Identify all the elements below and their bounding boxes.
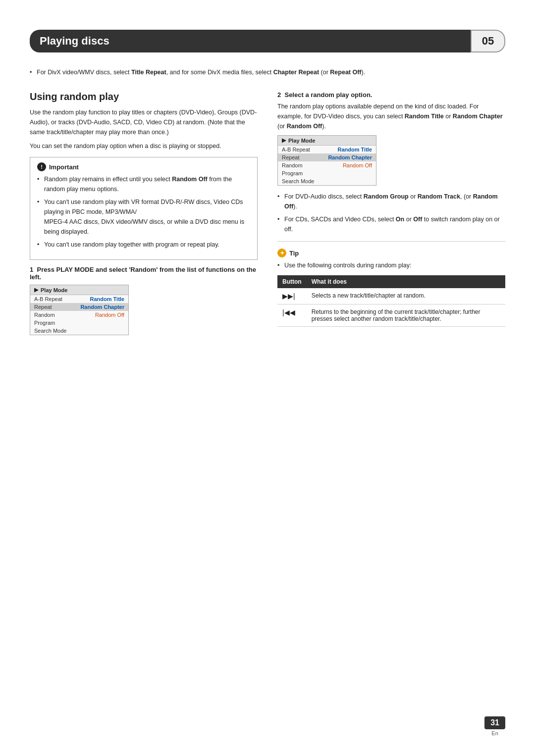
play-mode-row-search: Search Mode — [30, 327, 128, 335]
row-repeat-label: Repeat — [34, 304, 52, 310]
row-program-label-r: Program — [282, 170, 303, 176]
title-text: Playing discs — [40, 35, 109, 47]
table-header-row: Button What it does — [277, 275, 505, 288]
step2-bullet-1: For DVD-Audio discs, select Random Group… — [277, 192, 505, 211]
step2-text: The random play options available depend… — [277, 101, 505, 131]
chapter-title: Playing discs — [30, 30, 471, 52]
right-column: 2 Select a random play option. The rando… — [277, 86, 505, 332]
button-next-desc: Selects a new track/title/chapter at ran… — [307, 288, 505, 304]
important-bullet-3: You can't use random play together with … — [37, 240, 250, 250]
play-mode-row-ab-r: A-B Repeat Random Title — [278, 146, 376, 153]
row-program-label: Program — [34, 320, 55, 326]
play-mode-icon-right: ▶ — [282, 137, 286, 144]
play-mode-title-text-right: Play Mode — [288, 138, 315, 144]
tip-title-text: Tip — [289, 250, 299, 257]
table-row: ▶▶| Selects a new track/title/chapter at… — [277, 288, 505, 304]
table-row: |◀◀ Returns to the beginning of the curr… — [277, 304, 505, 327]
row-ab-value: Random Title — [90, 296, 124, 302]
play-mode-box-left: ▶ Play Mode A-B Repeat Random Title Repe… — [30, 285, 129, 335]
row-repeat-label-r: Repeat — [282, 154, 299, 160]
important-bullet-list: Random play remains in effect until you … — [37, 174, 250, 250]
important-title: ! Important — [37, 162, 250, 171]
row-repeat-value-r: Random Chapter — [328, 154, 372, 160]
row-ab-label: A-B Repeat — [34, 296, 62, 302]
row-search-label-r: Search Mode — [282, 178, 314, 184]
button-prev: |◀◀ — [277, 304, 307, 327]
step2-bullet-list: For DVD-Audio discs, select Random Group… — [277, 192, 505, 234]
top-bullet-list: For DivX video/WMV discs, select Title R… — [30, 67, 505, 77]
play-mode-title-bar-left: ▶ Play Mode — [30, 285, 128, 295]
set-option-text: You can set the random play option when … — [30, 141, 258, 151]
play-mode-title-text-left: Play Mode — [41, 287, 67, 293]
important-box: ! Important Random play remains in effec… — [30, 157, 258, 260]
play-mode-row-program: Program — [30, 319, 128, 327]
row-search-label: Search Mode — [34, 328, 66, 334]
play-mode-icon-left: ▶ — [34, 287, 38, 293]
header-bar: Playing discs 05 — [30, 30, 505, 52]
divider — [277, 241, 505, 242]
step2-bullet-2: For CDs, SACDs and Video CDs, select On … — [277, 214, 505, 234]
step1-heading: 1 Press PLAY MODE and select 'Random' fr… — [30, 266, 258, 281]
important-bullet-1: Random play remains in effect until you … — [37, 174, 250, 194]
important-bullet-2: You can't use random play with VR format… — [37, 197, 250, 237]
col-button-header: Button — [277, 275, 307, 288]
important-title-text: Important — [49, 163, 79, 171]
row-random-label: Random — [34, 312, 55, 318]
row-ab-label-r: A-B Repeat — [282, 147, 310, 152]
top-bullets-section: For DivX video/WMV discs, select Title R… — [30, 67, 505, 77]
tip-title: ✦ Tip — [277, 249, 505, 257]
row-random-value-r: Random Off — [343, 162, 372, 168]
tip-icon: ✦ — [277, 249, 286, 257]
play-mode-row-repeat: Repeat Random Chapter — [30, 303, 128, 311]
play-mode-row-random: Random Random Off — [30, 311, 128, 319]
button-table: Button What it does ▶▶| Selects a new tr… — [277, 275, 505, 327]
intro-text: Use the random play function to play tit… — [30, 107, 258, 137]
row-ab-value-r: Random Title — [338, 147, 372, 152]
chapter-number-text: 05 — [482, 35, 494, 47]
row-random-label-r: Random — [282, 162, 303, 168]
play-mode-row-program-r: Program — [278, 169, 376, 177]
tip-box: ✦ Tip Use the following controls during … — [277, 249, 505, 327]
play-mode-row-search-r: Search Mode — [278, 177, 376, 185]
row-random-value: Random Off — [95, 312, 124, 318]
play-mode-row-repeat-r: Repeat Random Chapter — [278, 153, 376, 161]
chapter-number: 05 — [471, 30, 505, 52]
play-mode-row-random-r: Random Random Off — [278, 161, 376, 169]
play-mode-row-ab: A-B Repeat Random Title — [30, 295, 128, 303]
left-column: Using random play Use the random play fu… — [30, 86, 258, 341]
two-column-layout: Using random play Use the random play fu… — [30, 86, 505, 341]
top-bullet-item: For DivX video/WMV discs, select Title R… — [30, 67, 505, 77]
play-mode-box-right: ▶ Play Mode A-B Repeat Random Title Repe… — [277, 135, 376, 186]
tip-bullet-1: Use the following controls during random… — [277, 260, 505, 270]
button-prev-desc: Returns to the beginning of the current … — [307, 304, 505, 327]
tip-bullet-list: Use the following controls during random… — [277, 260, 505, 270]
page-number: 31 — [484, 716, 505, 729]
col-whatitdoes-header: What it does — [307, 275, 505, 288]
page-lang: En — [491, 730, 498, 736]
row-repeat-value: Random Chapter — [80, 304, 124, 310]
page: Playing discs 05 For DivX video/WMV disc… — [0, 0, 535, 756]
section-title: Using random play — [30, 91, 258, 102]
page-number-box: 31 En — [484, 716, 505, 736]
warning-icon: ! — [37, 162, 46, 171]
play-mode-title-bar-right: ▶ Play Mode — [278, 136, 376, 146]
button-next: ▶▶| — [277, 288, 307, 304]
step2-heading: 2 Select a random play option. — [277, 91, 505, 99]
